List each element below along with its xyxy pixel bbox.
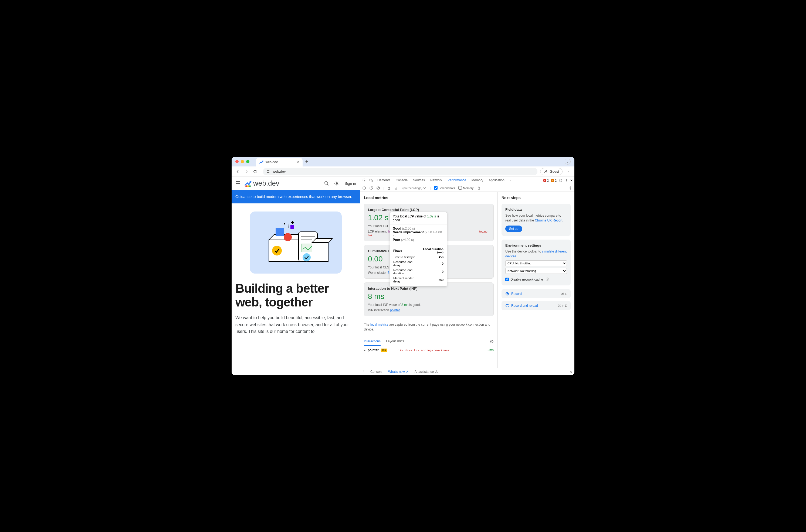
- local-metrics-link[interactable]: local metrics: [370, 323, 389, 326]
- svg-line-43: [491, 341, 493, 343]
- record-reload-action[interactable]: Record and reload ⌘ ⇧ E: [502, 301, 570, 310]
- close-drawer-tab-icon[interactable]: ✕: [406, 370, 409, 374]
- hamburger-menu-icon[interactable]: ☰: [236, 180, 240, 187]
- svg-point-45: [507, 293, 508, 294]
- lcp-tooltip: Your local LCP value of 1.02 s is good. …: [390, 212, 447, 286]
- record-icon[interactable]: [362, 186, 366, 190]
- network-throttling-select[interactable]: Network: No throttling: [505, 268, 567, 274]
- warning-count[interactable]: !2: [551, 179, 557, 182]
- field-data-card: Field data See how your local metrics co…: [502, 204, 570, 236]
- close-devtools-icon[interactable]: ✕: [570, 178, 573, 183]
- new-tab-button[interactable]: +: [305, 159, 308, 165]
- rendered-page: ☰ web.dev Sign in Guidance to build mode…: [231, 177, 360, 375]
- svg-rect-3: [267, 172, 268, 173]
- help-icon[interactable]: ⓘ: [546, 277, 549, 282]
- inspect-element-icon[interactable]: [362, 178, 367, 183]
- svg-line-39: [377, 187, 379, 189]
- svg-rect-32: [312, 243, 328, 261]
- svg-point-24: [284, 223, 285, 225]
- theme-toggle-icon[interactable]: [334, 181, 340, 186]
- tab-layout-shifts[interactable]: Layout shifts: [386, 337, 404, 346]
- page-banner: Guidance to build modern web experiences…: [231, 190, 360, 204]
- signin-link[interactable]: Sign in: [344, 181, 356, 186]
- svg-point-36: [560, 180, 561, 181]
- pointer-link[interactable]: pointer: [390, 308, 400, 312]
- reload-button[interactable]: [252, 169, 258, 174]
- download-icon[interactable]: [394, 186, 398, 190]
- minimize-window-icon[interactable]: [241, 160, 244, 163]
- device-toolbar-icon[interactable]: [368, 178, 374, 183]
- memory-checkbox[interactable]: Memory: [458, 186, 474, 190]
- cpu-throttling-select[interactable]: CPU: No throttling: [505, 260, 567, 266]
- drawer-console[interactable]: Console: [369, 370, 383, 374]
- metrics-note: The local metrics are captured from the …: [364, 320, 494, 334]
- logo-text: web.dev: [253, 179, 279, 188]
- hero-title: Building a better web, together: [236, 282, 356, 309]
- tab-performance[interactable]: Performance: [445, 177, 468, 184]
- svg-point-5: [545, 170, 547, 172]
- svg-line-18: [335, 185, 336, 185]
- svg-point-26: [272, 246, 282, 255]
- local-metrics-title: Local metrics: [364, 195, 494, 200]
- svg-point-6: [250, 181, 251, 183]
- upload-icon[interactable]: [387, 186, 391, 190]
- svg-point-10: [325, 182, 327, 184]
- interaction-row[interactable]: ▸ pointer INP div.devsite-landing-row-in…: [364, 346, 494, 354]
- recordings-select[interactable]: (no recordings): [401, 186, 427, 190]
- svg-line-19: [338, 182, 339, 183]
- screenshots-checkbox[interactable]: Screenshots: [434, 186, 455, 190]
- site-logo[interactable]: web.dev: [244, 179, 279, 188]
- clear-icon[interactable]: [376, 186, 380, 190]
- devtools-panel: Elements Console Sources Network Perform…: [360, 177, 575, 375]
- browser-tab[interactable]: web.dev ✕: [256, 158, 303, 167]
- maximize-window-icon[interactable]: [246, 160, 249, 163]
- svg-point-37: [363, 187, 365, 189]
- devtools-menu-icon[interactable]: ⋮: [565, 178, 568, 183]
- svg-rect-40: [478, 187, 480, 189]
- address-bar: web.dev Guest ⋮: [231, 167, 575, 177]
- search-icon[interactable]: [324, 181, 329, 186]
- bottom-tabs: Interactions Layout shifts: [364, 337, 494, 346]
- traffic-lights: [236, 160, 249, 163]
- gc-icon[interactable]: [477, 186, 481, 190]
- close-tab-icon[interactable]: ✕: [296, 160, 299, 164]
- clear-interactions-icon[interactable]: [490, 340, 494, 343]
- error-count[interactable]: ✕2: [543, 179, 549, 182]
- site-info-icon[interactable]: [266, 170, 270, 173]
- drawer-ai[interactable]: AI assistance: [414, 370, 439, 374]
- tab-memory[interactable]: Memory: [469, 177, 485, 184]
- more-tabs-icon[interactable]: »: [508, 178, 513, 183]
- tab-sources[interactable]: Sources: [411, 177, 427, 184]
- drawer-menu-icon[interactable]: ⋮: [362, 370, 365, 374]
- setup-button[interactable]: Set up: [505, 226, 522, 232]
- browser-menu-icon[interactable]: ⋮: [565, 169, 571, 174]
- url-field[interactable]: web.dev: [263, 168, 538, 175]
- page-header: ☰ web.dev Sign in: [231, 177, 360, 190]
- toolbar-settings-icon[interactable]: [568, 186, 572, 190]
- local-metrics-panel: Local metrics Largest Contentful Paint (…: [360, 192, 498, 368]
- profile-chip[interactable]: Guest: [540, 168, 563, 175]
- settings-icon[interactable]: [559, 178, 563, 183]
- inp-desc: Your local INP value of 8 ms is good.: [368, 303, 490, 307]
- svg-point-41: [570, 188, 571, 189]
- close-window-icon[interactable]: [236, 160, 239, 163]
- crux-link[interactable]: Chrome UX Report: [535, 218, 562, 222]
- reload-record-icon[interactable]: [369, 186, 373, 190]
- tab-console[interactable]: Console: [394, 177, 410, 184]
- inp-interaction: INP interaction pointer: [368, 308, 490, 312]
- record-action[interactable]: Record ⌘ E: [502, 289, 570, 298]
- tabs-dropdown-icon[interactable]: ⌄: [565, 159, 570, 165]
- close-drawer-icon[interactable]: ✕: [569, 370, 572, 374]
- disable-cache-checkbox[interactable]: Disable network cache ⓘ: [505, 277, 567, 282]
- svg-line-16: [335, 182, 336, 183]
- tab-elements[interactable]: Elements: [375, 177, 392, 184]
- tab-network[interactable]: Network: [428, 177, 444, 184]
- back-button[interactable]: [235, 169, 241, 174]
- inp-title: Interaction to Next Paint (INP): [368, 286, 490, 290]
- svg-point-31: [303, 253, 311, 261]
- drawer-whatsnew[interactable]: What's new ✕: [387, 370, 410, 374]
- tab-application[interactable]: Application: [486, 177, 507, 184]
- tab-interactions[interactable]: Interactions: [364, 337, 380, 346]
- svg-point-22: [284, 233, 292, 241]
- hero-illustration: [231, 204, 360, 282]
